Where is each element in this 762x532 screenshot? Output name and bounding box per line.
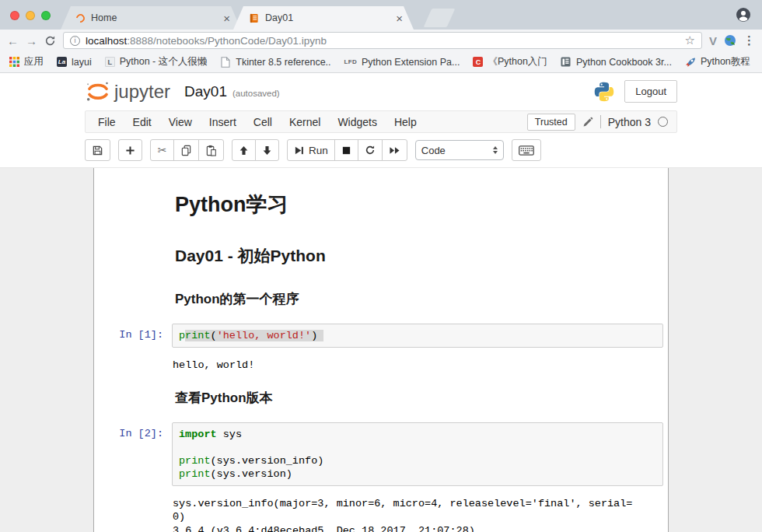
interrupt-kernel-button[interactable] [334, 139, 358, 161]
bookmark-csdn[interactable]: C 《Python入门 [473, 55, 547, 68]
add-cell-button[interactable] [118, 139, 142, 161]
new-tab-button[interactable] [424, 9, 456, 27]
heading-first-program: Python的第一个程序 [175, 290, 660, 308]
url-field[interactable]: i localhost:8888/notebooks/PythonCode/Da… [63, 32, 702, 49]
markdown-cell-h3-first-program[interactable]: Python的第一个程序 [94, 280, 668, 320]
code-input-area[interactable]: import sys print(sys.version_info)print(… [172, 422, 663, 486]
v-extension-icon[interactable]: V [709, 34, 717, 47]
page-info-icon[interactable]: i [70, 36, 80, 46]
notebook-scroll-area[interactable]: Python学习 Day01 - 初始Python Python的第一个程序 I… [0, 168, 762, 532]
save-button[interactable] [85, 139, 110, 161]
trusted-button[interactable]: Trusted [527, 114, 575, 131]
select-arrows-icon [493, 146, 498, 154]
jupyter-header: jupyter Day01 (autosaved) Logout [0, 73, 762, 110]
kernel-idle-indicator [658, 117, 668, 127]
restart-run-all-button[interactable] [382, 139, 407, 161]
menu-help[interactable]: Help [386, 116, 425, 128]
traffic-lights [10, 11, 51, 20]
bookmark-label: layui [72, 57, 92, 68]
rocket-icon [685, 57, 696, 68]
url-host: localhost [86, 35, 127, 47]
copy-cell-button[interactable] [173, 139, 199, 161]
restart-kernel-button[interactable] [358, 139, 383, 161]
paste-cell-button[interactable] [198, 139, 224, 161]
logout-button[interactable]: Logout [624, 80, 677, 103]
bookmark-tutorial[interactable]: Python教程 [685, 55, 750, 68]
bookmark-star-icon[interactable]: ☆ [685, 33, 695, 47]
letter-l-icon: L [105, 57, 115, 67]
menu-file[interactable]: File [89, 116, 124, 128]
notebook-title[interactable]: Day01 [184, 83, 227, 100]
menu-kernel[interactable]: Kernel [281, 116, 329, 128]
bookmark-label: 应用 [24, 55, 44, 68]
zoom-window-button[interactable] [41, 11, 51, 20]
notebook-toolbar: ✂ Run [0, 136, 762, 168]
chrome-menu-icon[interactable]: ⋮ [743, 33, 755, 47]
csdn-c-icon: C [473, 57, 483, 67]
tab-close-icon[interactable]: × [223, 12, 230, 24]
url-path: :8888/notebooks/PythonCode/Day01.ipynb [127, 35, 327, 47]
tabs: Home × Day01 × [61, 6, 451, 30]
bookmark-cookbook[interactable]: Python Cookbook 3r... [561, 57, 672, 68]
heading-day01: Day01 - 初始Python [175, 245, 660, 267]
minimize-window-button[interactable] [26, 11, 35, 20]
tab-close-icon[interactable]: × [396, 12, 403, 24]
menubar: File Edit View Insert Cell Kernel Widget… [85, 110, 677, 133]
bookmark-label: Python Extension Pa... [362, 57, 460, 68]
cell-type-select[interactable]: Code [415, 140, 504, 160]
notebook-favicon-icon [249, 13, 259, 23]
profile-avatar-icon[interactable] [736, 7, 751, 23]
cell-prompt [94, 284, 172, 316]
cut-cell-button[interactable]: ✂ [150, 139, 174, 161]
page-icon [220, 57, 231, 68]
run-label: Run [309, 145, 328, 156]
run-cell-button[interactable]: Run [287, 139, 335, 161]
jupyter-wordmark[interactable]: jupyter [114, 81, 170, 103]
apps-grid-icon [9, 57, 19, 68]
forward-button[interactable]: → [26, 35, 37, 47]
markdown-cell-h1[interactable]: Python学习 [94, 177, 668, 233]
tab-strip: Home × Day01 × [0, 0, 762, 30]
jupyter-spinner-icon [75, 12, 86, 23]
bookmark-tkinter[interactable]: Tkinter 8.5 reference.. [220, 57, 330, 68]
command-palette-button[interactable] [512, 139, 541, 161]
code-cell-1[interactable]: In [1]: print('hello, world!') [94, 320, 668, 352]
menu-insert[interactable]: Insert [201, 116, 245, 128]
reload-button[interactable] [44, 35, 56, 47]
move-cell-down-button[interactable] [255, 139, 279, 161]
output-prompt [94, 492, 172, 532]
heading-check-version: 查看Python版本 [175, 389, 660, 407]
bookmarks-bar: 应用 La layui L Python - 这个人很懒 Tkinter 8.5… [0, 51, 762, 73]
back-button[interactable]: ← [7, 35, 19, 47]
menu-view[interactable]: View [160, 116, 201, 128]
output-text: sys.version_info(major=3, minor=6, micro… [172, 492, 663, 532]
output-text: hello, world! [172, 354, 663, 374]
menu-widgets[interactable]: Widgets [329, 116, 386, 128]
kernel-name: Python 3 [608, 116, 651, 128]
bookmark-lfd[interactable]: LFD Python Extension Pa... [344, 57, 460, 68]
bookmark-label: 《Python入门 [488, 55, 547, 68]
book-icon [561, 57, 572, 68]
move-cell-up-button[interactable] [232, 139, 256, 161]
close-window-button[interactable] [10, 11, 19, 20]
cell-prompt [94, 383, 172, 415]
url-text: localhost:8888/notebooks/PythonCode/Day0… [86, 35, 327, 47]
markdown-cell-h3-version[interactable]: 查看Python版本 [94, 379, 668, 418]
tab-day01[interactable]: Day01 × [233, 6, 414, 30]
tab-home[interactable]: Home × [61, 6, 241, 30]
layui-icon: La [57, 57, 67, 67]
code-cell-2[interactable]: In [2]: import sys print(sys.version_inf… [94, 418, 668, 490]
bookmark-layui[interactable]: La layui [57, 57, 92, 68]
menu-edit[interactable]: Edit [124, 116, 160, 128]
globe-extension-icon[interactable] [724, 34, 736, 47]
tab-title: Day01 [265, 12, 390, 23]
code-input-area[interactable]: print('hello, world!') [172, 324, 663, 348]
markdown-cell-h2[interactable]: Day01 - 初始Python [94, 233, 668, 280]
jupyter-logo-icon[interactable] [85, 79, 111, 105]
bookmark-label: Python Cookbook 3r... [576, 57, 672, 68]
bookmark-python-blog[interactable]: L Python - 这个人很懒 [105, 55, 208, 68]
menu-cell[interactable]: Cell [245, 116, 281, 128]
bookmark-apps[interactable]: 应用 [9, 55, 44, 68]
scissors-icon: ✂ [158, 145, 167, 156]
input-prompt: In [1]: [94, 324, 172, 348]
